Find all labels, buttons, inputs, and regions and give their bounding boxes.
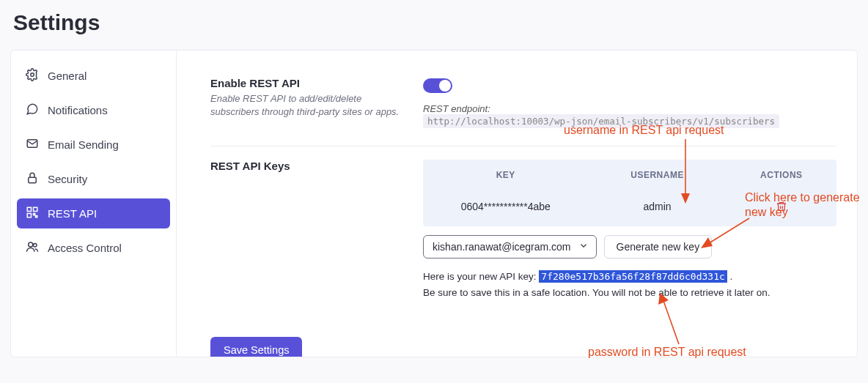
enable-rest-api-section: Enable REST API Enable REST API to add/e… xyxy=(210,64,836,146)
chevron-down-icon xyxy=(578,241,589,253)
sidebar-item-general[interactable]: General xyxy=(17,61,170,91)
save-settings-button[interactable]: Save Settings xyxy=(210,337,302,357)
user-select-value: kishan.ranawat@icegram.com xyxy=(433,241,571,253)
trash-icon[interactable] xyxy=(776,201,787,212)
keys-header-actions: ACTIONS xyxy=(727,170,836,180)
svg-rect-3 xyxy=(27,207,31,211)
svg-rect-4 xyxy=(34,207,37,211)
sidebar-item-label: Access Control xyxy=(48,242,122,254)
sidebar-item-label: Security xyxy=(48,173,87,185)
svg-rect-2 xyxy=(29,177,37,183)
sidebar-item-security[interactable]: Security xyxy=(17,164,170,194)
sidebar-item-label: REST API xyxy=(48,207,97,220)
new-api-key-prefix: Here is your new API key: xyxy=(423,271,537,282)
keys-header-username: USERNAME xyxy=(589,170,727,180)
sidebar-item-rest-api[interactable]: REST API xyxy=(17,198,170,228)
rest-endpoint-url: http://localhost:10003/wp-json/email-sub… xyxy=(423,114,779,128)
chat-icon xyxy=(26,103,39,118)
sidebar-item-access-control[interactable]: Access Control xyxy=(17,233,170,263)
rest-endpoint-label: REST endpoint: xyxy=(423,103,490,114)
keys-table: KEY USERNAME ACTIONS 0604***********4abe… xyxy=(423,160,836,226)
svg-point-0 xyxy=(31,73,34,77)
svg-point-9 xyxy=(34,244,37,248)
key-value: 0604***********4abe xyxy=(423,201,589,215)
generate-new-key-button[interactable]: Generate new key xyxy=(604,235,713,259)
new-api-key-note: Be sure to save this in a safe location.… xyxy=(423,287,770,298)
svg-rect-6 xyxy=(34,214,35,215)
svg-rect-7 xyxy=(36,216,37,217)
users-icon xyxy=(26,240,39,256)
new-api-key-suffix: . xyxy=(730,271,733,282)
table-row: 0604***********4abe admin xyxy=(423,190,836,226)
enable-rest-api-title: Enable REST API xyxy=(210,77,423,89)
svg-point-8 xyxy=(29,242,33,247)
sidebar-item-email-sending[interactable]: Email Sending xyxy=(17,130,170,160)
rest-api-keys-title: REST API Keys xyxy=(210,160,423,172)
user-select[interactable]: kishan.ranawat@icegram.com xyxy=(423,235,597,259)
key-username: admin xyxy=(589,201,727,215)
new-api-key-value: 7f280e517b36fa56f28f87dd6c0d331c xyxy=(539,270,727,283)
rest-api-keys-section: REST API Keys KEY USERNAME ACTIONS 0604*… xyxy=(210,146,836,318)
keys-header-key: KEY xyxy=(423,170,589,180)
sidebar-item-label: Email Sending xyxy=(48,138,119,151)
page-title: Settings xyxy=(0,0,868,42)
settings-card: General Notifications Email Sending Secu… xyxy=(10,50,858,357)
sidebar-item-label: General xyxy=(48,70,87,82)
svg-rect-5 xyxy=(27,214,31,217)
qr-icon xyxy=(26,206,39,221)
mail-icon xyxy=(26,137,39,152)
sidebar-item-label: Notifications xyxy=(48,104,108,116)
gear-icon xyxy=(26,68,39,83)
sidebar-item-notifications[interactable]: Notifications xyxy=(17,95,170,125)
lock-icon xyxy=(26,171,39,187)
sidebar: General Notifications Email Sending Secu… xyxy=(11,51,177,357)
content-area: Enable REST API Enable REST API to add/e… xyxy=(177,51,857,357)
enable-rest-api-desc: Enable REST API to add/edit/delete subsc… xyxy=(210,92,401,119)
enable-rest-api-toggle[interactable] xyxy=(423,78,452,93)
